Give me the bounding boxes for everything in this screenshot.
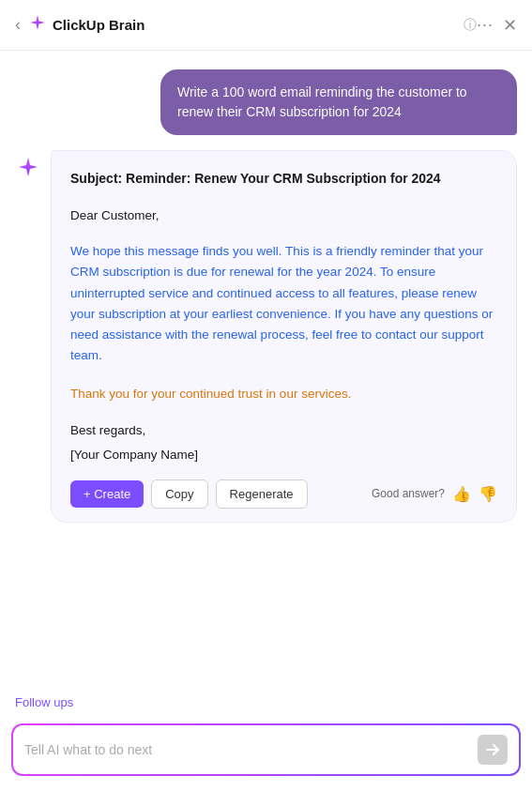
follow-ups-section: Follow ups	[0, 686, 532, 714]
email-greeting: Dear Customer,	[70, 205, 497, 226]
info-icon[interactable]: ⓘ	[464, 17, 477, 34]
input-wrapper	[11, 723, 521, 776]
email-regards: Best regards,	[70, 420, 497, 441]
ai-message-card: Subject: Reminder: Renew Your CRM Subscr…	[51, 150, 517, 523]
follow-ups-label: Follow ups	[15, 695, 73, 709]
user-message: Write a 100 word email reminding the cus…	[160, 69, 517, 135]
action-bar: + Create Copy Regenerate Good answer? 👍 …	[70, 479, 497, 509]
more-options-icon[interactable]: ···	[477, 15, 494, 35]
regenerate-button[interactable]: Regenerate	[216, 479, 308, 509]
close-icon[interactable]: ✕	[503, 15, 517, 36]
email-body: We hope this message finds you well. Thi…	[70, 241, 497, 367]
header-title: ClickUp Brain	[53, 17, 458, 33]
brain-icon	[28, 13, 47, 37]
good-answer-section: Good answer? 👍 👎	[372, 482, 497, 507]
email-thanks: Thank you for your continued trust in ou…	[70, 384, 497, 404]
thumbs-up-icon[interactable]: 👍	[452, 482, 471, 507]
header-actions: ··· ✕	[477, 15, 517, 36]
input-area	[0, 714, 532, 791]
send-button[interactable]	[478, 735, 508, 765]
good-answer-label: Good answer?	[372, 485, 445, 503]
email-company: [Your Company Name]	[70, 445, 497, 465]
email-subject: Subject: Reminder: Renew Your CRM Subscr…	[70, 168, 497, 189]
user-message-text: Write a 100 word email reminding the cus…	[177, 84, 467, 119]
ai-response: Subject: Reminder: Renew Your CRM Subscr…	[15, 150, 517, 523]
ai-avatar	[15, 154, 41, 180]
header: ‹ ClickUp Brain ⓘ ··· ✕	[0, 0, 532, 51]
ai-input[interactable]	[24, 742, 470, 757]
chat-area: Write a 100 word email reminding the cus…	[0, 51, 532, 686]
back-icon[interactable]: ‹	[15, 15, 21, 35]
create-button[interactable]: + Create	[70, 480, 144, 508]
thumbs-down-icon[interactable]: 👎	[479, 482, 497, 507]
copy-button[interactable]: Copy	[151, 479, 207, 509]
